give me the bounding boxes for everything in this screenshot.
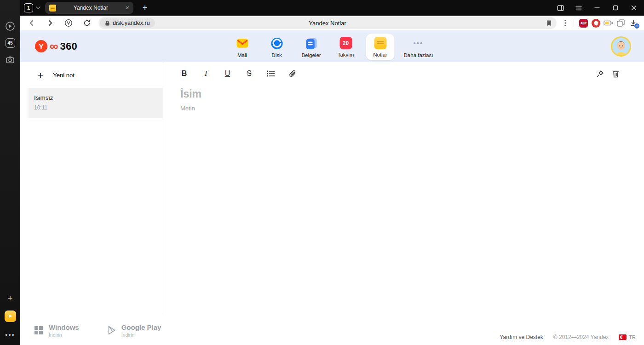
sidebar-add-icon[interactable]: + xyxy=(5,293,15,303)
address-bar[interactable]: disk.yandex.ru Yandex Notlar xyxy=(98,17,557,29)
windows-download-link[interactable]: Windows İndirin xyxy=(34,323,79,338)
editor-toolbar: B I U S xyxy=(163,62,644,85)
new-note-button[interactable]: + Yeni not xyxy=(29,62,163,88)
underline-button[interactable]: U xyxy=(217,66,238,81)
documents-icon xyxy=(305,37,318,50)
app-action: İndirin xyxy=(49,332,79,338)
page: Y ∞ 360 Mail Disk xyxy=(20,30,644,345)
service-nav-calendar[interactable]: 20 Takvim xyxy=(332,34,360,60)
refresh-button[interactable] xyxy=(80,17,94,29)
download-count-badge: 1 xyxy=(634,23,640,29)
italic-button[interactable]: I xyxy=(195,66,217,81)
calendar-icon: 20 xyxy=(339,37,352,49)
tab-close-icon[interactable]: × xyxy=(126,5,129,11)
plus-icon: + xyxy=(38,70,43,80)
battery-extension-icon[interactable] xyxy=(602,17,615,29)
notes-icon xyxy=(374,37,386,49)
bold-button[interactable]: B xyxy=(173,66,195,81)
yandex-y-icon: Y xyxy=(35,40,47,52)
note-time: 10:11 xyxy=(34,104,156,111)
side-panel-icon[interactable] xyxy=(557,4,564,12)
service-nav-label: Disk xyxy=(271,52,282,58)
bookmark-flag-icon[interactable] xyxy=(546,20,552,27)
tab-list-chevron-down-icon[interactable] xyxy=(36,6,40,9)
app-action: İndirin xyxy=(121,332,161,338)
avatar[interactable] xyxy=(611,36,631,57)
browser-sidebar: 45 + ••• xyxy=(0,0,20,345)
service-nav-mail[interactable]: Mail xyxy=(228,34,257,61)
yandex360-logo[interactable]: Y ∞ 360 xyxy=(35,40,77,53)
maximize-icon[interactable] xyxy=(612,4,619,12)
adblock-extension-icon[interactable]: ABP xyxy=(577,17,590,29)
minimize-icon[interactable] xyxy=(593,4,601,12)
language-code: TR xyxy=(629,334,636,340)
service-nav-documents[interactable]: Belgeler xyxy=(297,34,326,61)
close-icon[interactable] xyxy=(630,4,638,12)
windows-logo-icon xyxy=(34,326,43,335)
service-nav-notes[interactable]: Notlar xyxy=(366,34,395,60)
footer-right: Yardım ve Destek © 2012—2024 Yandex TR xyxy=(500,334,636,345)
service-nav-label: Belgeler xyxy=(301,52,321,58)
service-nav-label: Daha fazlası xyxy=(404,52,433,58)
new-note-label: Yeni not xyxy=(53,72,75,79)
service-nav-disk[interactable]: Disk xyxy=(263,34,291,61)
list-button[interactable] xyxy=(260,66,282,81)
yandex360-header: Y ∞ 360 Mail Disk xyxy=(20,30,644,62)
browser-toolbar: disk.yandex.ru Yandex Notlar ABP 1 xyxy=(20,16,644,30)
delete-note-button[interactable] xyxy=(608,66,623,81)
collections-extension-icon[interactable] xyxy=(615,17,627,29)
google-play-download-link[interactable]: Google Play İndirin xyxy=(108,323,161,338)
notes-list-panel: + Yeni not İsimsiz 10:11 xyxy=(20,62,163,316)
more-dots-icon: ••• xyxy=(412,37,425,50)
yandex-browser-logo-icon[interactable] xyxy=(5,310,16,322)
tabs-count-badge[interactable]: 45 xyxy=(6,38,15,48)
play-video-icon[interactable] xyxy=(5,21,15,31)
service-nav-label: Mail xyxy=(237,52,247,58)
note-title: İsimsiz xyxy=(34,94,156,101)
logo-360-text: 360 xyxy=(60,40,78,52)
services-nav: Mail Disk Belgeler 20 Takvim xyxy=(228,34,437,61)
page-footer: Windows İndirin Google Play İndirin Yard… xyxy=(20,316,644,345)
address-text: disk.yandex.ru xyxy=(113,20,150,26)
strikethrough-button[interactable]: S xyxy=(238,66,260,81)
menu-hamburger-icon[interactable] xyxy=(575,4,582,12)
service-nav-label: Notlar xyxy=(373,52,387,58)
service-nav-more[interactable]: ••• Daha fazlası xyxy=(401,34,437,61)
toolbar-divider xyxy=(574,19,574,27)
browser-window: 1 Yandex Notlar × + xyxy=(20,0,644,345)
shield-extension-icon[interactable] xyxy=(590,17,602,29)
help-support-link[interactable]: Yardım ve Destek xyxy=(500,334,543,340)
new-tab-button[interactable]: + xyxy=(139,2,150,13)
notes-favicon-icon xyxy=(49,5,56,12)
browser-tab[interactable]: Yandex Notlar × xyxy=(45,2,133,14)
service-nav-label: Takvim xyxy=(338,52,354,58)
note-editor: B I U S xyxy=(163,62,644,316)
mail-icon xyxy=(236,37,249,50)
note-list-item[interactable]: İsimsiz 10:11 xyxy=(29,88,163,118)
editor-body: İsim Metin xyxy=(163,85,644,112)
downloads-button[interactable]: 1 xyxy=(627,17,639,29)
screenshot-camera-icon[interactable] xyxy=(5,55,15,65)
app-name: Google Play xyxy=(121,323,161,331)
attach-button[interactable] xyxy=(282,66,303,81)
note-title-input[interactable]: İsim xyxy=(180,88,626,100)
language-selector[interactable]: TR xyxy=(619,334,636,340)
sidebar-more-icon[interactable]: ••• xyxy=(5,329,15,339)
toolbar-more-icon[interactable] xyxy=(560,17,570,29)
tab-bar: 1 Yandex Notlar × + xyxy=(20,0,644,16)
note-body-input[interactable]: Metin xyxy=(180,105,626,112)
tab-title: Yandex Notlar xyxy=(60,5,122,11)
window-controls xyxy=(557,4,644,12)
disk-icon xyxy=(270,37,283,50)
notes-app: + Yeni not İsimsiz 10:11 B I U S xyxy=(20,62,644,316)
pin-note-button[interactable] xyxy=(592,66,607,81)
lock-icon xyxy=(105,20,110,26)
domain-chip[interactable]: disk.yandex.ru xyxy=(100,18,155,28)
tab-group-count-button[interactable]: 1 xyxy=(24,3,33,12)
yandex-protect-button[interactable] xyxy=(62,17,75,29)
forward-button[interactable] xyxy=(43,17,57,29)
app-name: Windows xyxy=(49,323,79,331)
back-button[interactable] xyxy=(25,17,39,29)
turkey-flag-icon xyxy=(619,334,627,340)
address-bar-page-title: Yandex Notlar xyxy=(98,20,557,27)
